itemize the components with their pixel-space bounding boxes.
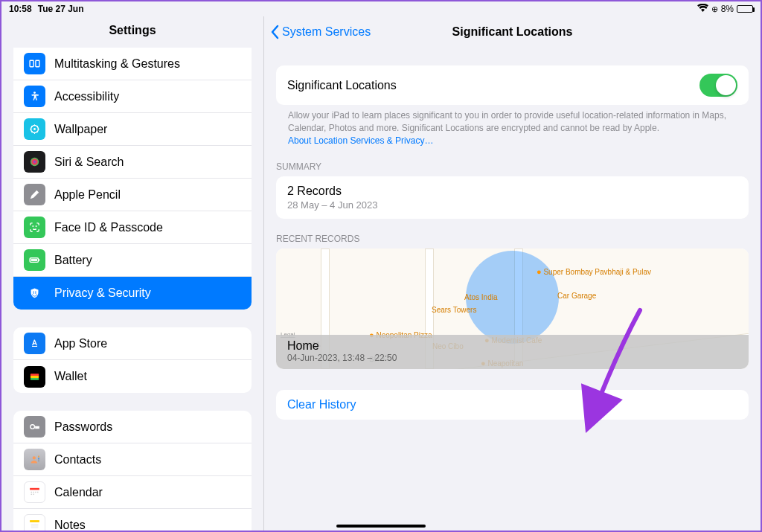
battery-pct: 8%	[721, 4, 734, 14]
significant-locations-toggle[interactable]	[699, 74, 737, 97]
toggle-footer: Allow your iPad to learn places signific…	[276, 105, 749, 147]
sidebar-item-label: Accessibility	[54, 90, 119, 103]
home-indicator[interactable]	[336, 525, 426, 528]
recent-record-card[interactable]: Atos India Sears Towers ● Neopolitan Piz…	[276, 249, 749, 369]
svg-rect-24	[37, 492, 38, 493]
siri-icon	[24, 151, 45, 173]
status-bar: 10:58 Tue 27 Jun ⊕ 8%	[1, 1, 761, 16]
svg-rect-27	[30, 520, 39, 522]
toggle-label: Significant Locations	[287, 79, 397, 92]
calendar-icon	[24, 481, 45, 503]
status-date: Tue 27 Jun	[38, 4, 84, 14]
svg-point-6	[33, 226, 33, 227]
chevron-left-icon	[270, 25, 279, 39]
wifi-icon	[697, 4, 708, 14]
sidebar-item-wallpaper[interactable]: Wallpaper	[13, 113, 252, 146]
svg-rect-18	[38, 460, 39, 461]
sidebar-item-siri[interactable]: Siri & Search	[13, 146, 252, 179]
sidebar-item-wallet[interactable]: Wallet	[13, 360, 252, 393]
battery-settings-icon	[24, 249, 45, 271]
map-thumbnail: Atos India Sears Towers ● Neopolitan Piz…	[276, 249, 749, 369]
sidebar-item-label: Face ID & Passcode	[54, 221, 163, 234]
content-pane: System Services Significant Locations Si…	[264, 16, 761, 531]
svg-point-7	[36, 226, 36, 227]
recent-records-header: RECENT RECORDS	[264, 219, 761, 249]
svg-rect-16	[38, 456, 39, 458]
svg-point-2	[33, 92, 36, 94]
svg-rect-1	[36, 60, 39, 67]
back-button[interactable]: System Services	[270, 25, 371, 39]
svg-rect-20	[30, 490, 39, 497]
sidebar-item-privacy[interactable]: Privacy & Security	[13, 277, 252, 310]
wallpaper-icon	[24, 118, 45, 140]
sidebar-item-multitasking[interactable]: Multitasking & Gestures	[13, 48, 252, 80]
records-date-range: 28 May – 4 Jun 2023	[287, 199, 737, 211]
accessibility-icon	[24, 86, 45, 107]
content-title: Significant Locations	[452, 25, 573, 39]
svg-rect-26	[33, 494, 33, 495]
summary-row[interactable]: 2 Records 28 May – 4 Jun 2023	[276, 176, 749, 219]
sidebar-item-label: Multitasking & Gestures	[54, 57, 180, 71]
svg-point-15	[33, 456, 36, 459]
passwords-icon	[24, 416, 45, 438]
svg-rect-22	[33, 492, 33, 493]
sidebar-item-accessibility[interactable]: Accessibility	[13, 80, 252, 113]
wallet-icon	[24, 366, 45, 388]
settings-sidebar: Settings Multitasking & Gestures Accessi…	[1, 16, 264, 531]
sidebar-item-apple-pencil[interactable]: Apple Pencil	[13, 179, 252, 211]
svg-point-4	[33, 128, 36, 130]
faceid-icon	[24, 217, 45, 238]
svg-rect-21	[31, 492, 32, 493]
svg-rect-9	[31, 259, 38, 261]
svg-rect-13	[31, 377, 39, 379]
sidebar-item-label: Battery	[54, 254, 92, 267]
svg-rect-19	[30, 488, 39, 490]
sidebar-item-label: Wallpaper	[54, 123, 107, 136]
orientation-lock-icon: ⊕	[711, 4, 718, 14]
svg-rect-25	[31, 494, 32, 495]
svg-rect-0	[30, 60, 33, 67]
record-place: Home	[287, 339, 737, 353]
sidebar-item-label: Contacts	[54, 453, 101, 467]
svg-rect-23	[35, 492, 36, 493]
sidebar-item-battery[interactable]: Battery	[13, 244, 252, 277]
significant-locations-row: Significant Locations	[276, 65, 749, 105]
sidebar-item-label: Passwords	[54, 420, 112, 434]
svg-point-5	[31, 158, 39, 166]
sidebar-item-label: Privacy & Security	[54, 286, 151, 300]
about-privacy-link[interactable]: About Location Services & Privacy…	[288, 135, 433, 146]
svg-rect-11	[31, 374, 39, 376]
contacts-icon	[24, 449, 45, 470]
sidebar-item-label: Siri & Search	[54, 156, 124, 169]
svg-rect-12	[31, 376, 39, 378]
sidebar-item-passwords[interactable]: Passwords	[13, 411, 252, 443]
multitasking-icon	[24, 53, 45, 74]
svg-rect-10	[39, 259, 39, 261]
sidebar-item-contacts[interactable]: Contacts	[13, 443, 252, 476]
privacy-icon	[24, 283, 45, 304]
status-time: 10:58	[9, 4, 32, 14]
record-detail: 04-Jun-2023, 13:48 – 22:50	[287, 353, 737, 363]
sidebar-item-label: Calendar	[54, 486, 103, 499]
sidebar-item-label: Wallet	[54, 370, 87, 383]
sidebar-item-label: Apple Pencil	[54, 188, 121, 202]
summary-header: SUMMARY	[264, 147, 761, 176]
svg-point-14	[31, 425, 35, 429]
sidebar-item-app-store[interactable]: App Store	[13, 327, 252, 360]
sidebar-title: Settings	[1, 16, 263, 48]
battery-icon	[737, 5, 753, 13]
notes-icon	[24, 514, 45, 531]
pencil-icon	[24, 184, 45, 205]
clear-history-button[interactable]: Clear History	[276, 390, 749, 420]
back-label: System Services	[282, 25, 371, 39]
sidebar-item-label: App Store	[54, 337, 107, 350]
sidebar-item-notes[interactable]: Notes	[13, 509, 252, 531]
records-count: 2 Records	[287, 185, 737, 198]
svg-rect-17	[38, 458, 39, 459]
app-store-icon	[24, 333, 45, 354]
sidebar-item-calendar[interactable]: Calendar	[13, 476, 252, 509]
sidebar-item-faceid[interactable]: Face ID & Passcode	[13, 211, 252, 244]
sidebar-item-label: Notes	[54, 519, 86, 531]
